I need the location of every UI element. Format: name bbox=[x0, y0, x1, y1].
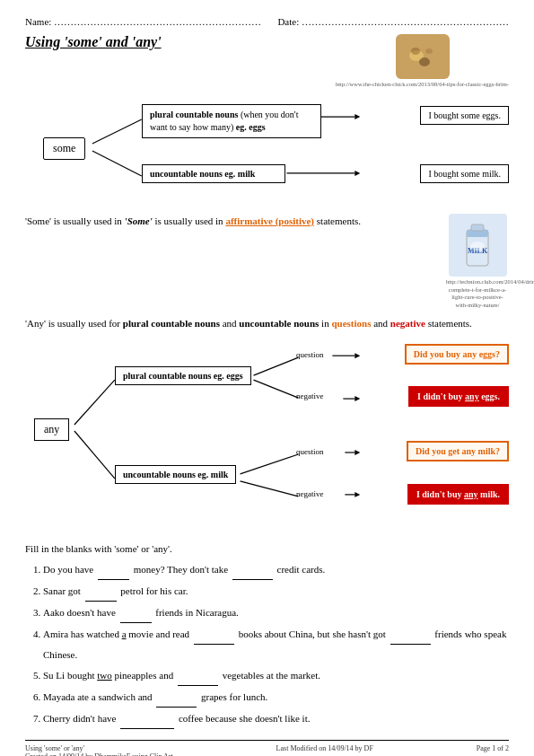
positive-highlighted: affirmative (positive) bbox=[225, 215, 314, 226]
list-item: Aako doesn't have friends in Nicaragua. bbox=[43, 602, 509, 623]
noun1-eg: eg. eggs bbox=[236, 122, 266, 132]
any-intro: 'Any' is usually used for plural countab… bbox=[25, 316, 509, 332]
svg-point-3 bbox=[411, 48, 420, 55]
fill-list: Do you have money? They don't take credi… bbox=[25, 559, 509, 729]
footer: Using 'some' or 'any' Created on 14/09/1… bbox=[25, 740, 509, 756]
box-n2: I didn't buy any milk. bbox=[407, 484, 509, 505]
label-negative1: negative bbox=[296, 391, 324, 400]
svg-point-4 bbox=[425, 48, 433, 54]
svg-line-19 bbox=[254, 380, 299, 398]
box-some: some bbox=[43, 137, 85, 160]
any-plural-bold: plural countable nouns bbox=[123, 318, 220, 329]
name-label: Name: ……………………………………………………… bbox=[25, 16, 261, 27]
fill-section: Fill in the blanks with 'some' or 'any'.… bbox=[25, 543, 509, 729]
header: Name: ……………………………………………………… Date: ………………… bbox=[25, 16, 509, 27]
svg-line-24 bbox=[241, 454, 299, 474]
list-item: Su Li bought two pineapples and vegetabl… bbox=[43, 665, 509, 686]
any-questions: questions bbox=[331, 318, 371, 329]
milk-image-area: MILK http://technion.club.com/2014/04/dr… bbox=[446, 214, 509, 309]
list-item: Amira has watched a movie and read books… bbox=[43, 624, 509, 664]
title-row: Using 'some' and 'any' http://www.the-ch… bbox=[25, 34, 509, 88]
milk-image: MILK bbox=[449, 214, 507, 277]
diagram1: some plural countable nouns (when you do… bbox=[25, 97, 509, 205]
egg-image bbox=[396, 34, 450, 79]
blank6 bbox=[156, 687, 197, 708]
box-n1: I didn't buy any eggs. bbox=[408, 386, 509, 407]
blank4b bbox=[390, 624, 431, 645]
underline-two: two bbox=[97, 670, 112, 681]
svg-line-25 bbox=[241, 481, 299, 497]
noun2-text: uncountable nouns eg. milk bbox=[150, 169, 255, 179]
box-q2: Did you get any milk? bbox=[407, 441, 509, 462]
box-example2: I bought some milk. bbox=[420, 164, 509, 183]
n1-text: I didn't buy any eggs. bbox=[417, 391, 500, 401]
svg-rect-13 bbox=[471, 224, 484, 231]
svg-line-18 bbox=[254, 357, 299, 375]
milk-image-caption: http://technion.club.com/2014/04/drink-c… bbox=[446, 278, 509, 309]
page-title: Using 'some' and 'any' bbox=[25, 34, 162, 50]
svg-marker-23 bbox=[355, 396, 360, 401]
positive-text-highlighted: 'Some' bbox=[125, 215, 153, 226]
label-negative2: negative bbox=[296, 489, 324, 498]
box-noun2: uncountable nouns eg. milk bbox=[142, 164, 285, 183]
underline-a: a bbox=[122, 629, 127, 639]
any-uncountable-bold: uncountable nouns bbox=[239, 318, 319, 329]
box-anynoun1: plural countable nouns eg. eggs bbox=[115, 366, 251, 385]
svg-marker-8 bbox=[355, 115, 360, 120]
n2-text: I didn't buy any milk. bbox=[416, 489, 500, 499]
any-text5: statements. bbox=[425, 318, 472, 329]
any-text1: 'Any' is usually used for bbox=[25, 318, 123, 329]
any-text3: in bbox=[319, 318, 331, 329]
noun1-bold: plural countable nouns bbox=[150, 110, 241, 119]
svg-line-17 bbox=[74, 431, 115, 479]
svg-marker-21 bbox=[355, 353, 360, 358]
fill-title: Fill in the blanks with 'some' or 'any'. bbox=[25, 543, 509, 554]
box-noun1: plural countable nouns (when you don't w… bbox=[142, 104, 321, 138]
footer-center: Last Modified on 14/09/14 by DF bbox=[276, 744, 373, 756]
box-anynoun2: uncountable nouns eg. milk bbox=[115, 465, 236, 484]
diagram2: any plural countable nouns eg. eggs unco… bbox=[25, 339, 509, 532]
footer-left: Using 'some' or 'any' Created on 14/09/1… bbox=[25, 744, 173, 756]
svg-marker-10 bbox=[355, 171, 360, 176]
blank5 bbox=[178, 665, 218, 686]
blank2 bbox=[85, 581, 117, 602]
blank4a bbox=[194, 624, 234, 645]
milk-icon: MILK bbox=[460, 221, 495, 270]
any-text2: and bbox=[220, 318, 239, 329]
svg-marker-29 bbox=[355, 492, 360, 497]
any-negative: negative bbox=[390, 318, 425, 329]
blank7 bbox=[120, 708, 174, 729]
box-any: any bbox=[34, 418, 69, 441]
svg-line-6 bbox=[92, 151, 142, 176]
positive-section: 'Some' is usually used in 'Some' is usua… bbox=[25, 214, 509, 309]
label-question2: question bbox=[296, 447, 324, 456]
label-question1: question bbox=[296, 350, 324, 359]
list-item: Cherry didn't have coffee because she do… bbox=[43, 708, 509, 729]
blank1a bbox=[98, 559, 129, 580]
egg-image-caption: http://www.the-chicken-chick.com/2013/08… bbox=[336, 81, 509, 88]
list-item: Sanar got petrol for his car. bbox=[43, 581, 509, 602]
svg-marker-27 bbox=[355, 450, 360, 455]
box-example1: I bought some eggs. bbox=[420, 106, 509, 125]
positive-text-after1: is usually used in bbox=[153, 215, 226, 226]
egg-icon bbox=[398, 35, 447, 78]
date-label: Date: ……………………………………………………… bbox=[277, 16, 509, 27]
svg-line-5 bbox=[92, 120, 142, 145]
positive-text: 'Some' is usually used in 'Some' is usua… bbox=[25, 214, 437, 230]
svg-point-2 bbox=[419, 57, 430, 66]
blank3 bbox=[120, 602, 152, 623]
list-item: Do you have money? They don't take credi… bbox=[43, 559, 509, 580]
svg-point-15 bbox=[470, 242, 485, 251]
svg-line-16 bbox=[74, 380, 115, 425]
positive-text-after2: statements. bbox=[314, 215, 361, 226]
footer-left-line2: Created on 14/09/14 by DhammikaF using C… bbox=[25, 752, 173, 756]
egg-image-area: http://www.the-chicken-chick.com/2013/08… bbox=[336, 34, 509, 88]
box-q1: Did you buy any eggs? bbox=[405, 344, 509, 365]
positive-text-before: 'Some' is usually used in bbox=[25, 215, 125, 226]
footer-left-line1: Using 'some' or 'any' bbox=[25, 744, 173, 752]
any-text4: and bbox=[371, 318, 390, 329]
footer-right: Page 1 of 2 bbox=[477, 744, 509, 756]
blank1b bbox=[232, 559, 273, 580]
list-item: Mayada ate a sandwich and grapes for lun… bbox=[43, 687, 509, 708]
